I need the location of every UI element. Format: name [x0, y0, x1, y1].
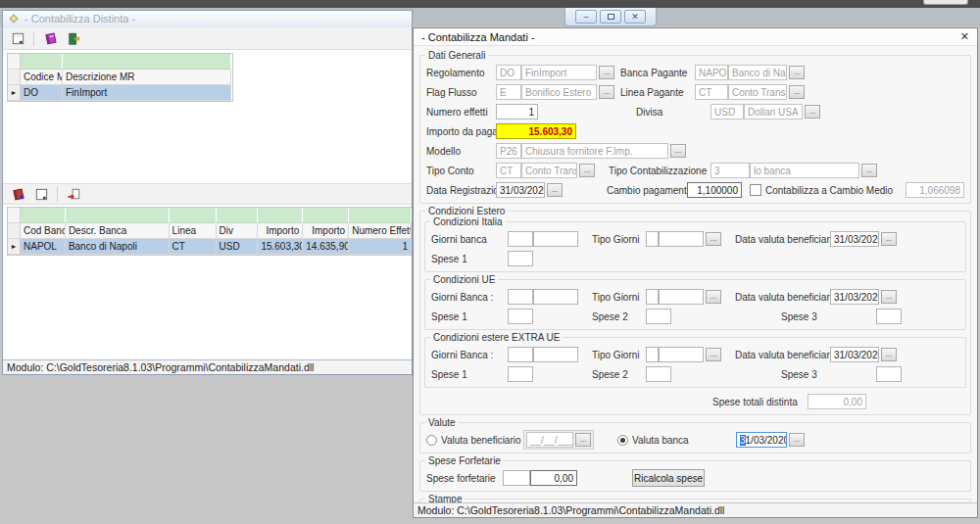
tipo-giorni-ue-lookup-button[interactable]: ... [706, 290, 721, 304]
spese2-extra-field[interactable] [646, 366, 671, 382]
col-header-linea[interactable]: Linea [170, 223, 217, 239]
col-header-descr-banca[interactable]: Descr. Banca [66, 223, 170, 239]
modello-lookup-button[interactable]: ... [670, 144, 686, 158]
valuta-beneficiario-radio[interactable] [426, 435, 437, 446]
valuta-beneficiario-calendar-button[interactable]: ... [575, 433, 591, 447]
grid-mr-row[interactable]: ► DO FinImport [8, 85, 232, 101]
mandati-titlebar[interactable]: - Contabilizza Mandati - ✕ [414, 28, 977, 46]
regolamento-desc-field[interactable]: FinImport [521, 65, 597, 80]
spese1-extra-field[interactable] [508, 366, 533, 382]
spese2-ue-field[interactable] [646, 309, 671, 324]
cell-div[interactable]: USD [217, 239, 259, 255]
close-button[interactable]: ✕ [624, 10, 646, 24]
giorni-banca-ue-field-1[interactable] [508, 289, 533, 305]
cell-descrizione-mr[interactable]: FinImport [63, 85, 231, 101]
data-valuta-ue-calendar-button[interactable]: ... [881, 290, 897, 304]
col-header-cod-banca[interactable]: Cod Banca [21, 223, 66, 239]
distinta-titlebar[interactable]: - Contabilizza Distinta - [3, 11, 412, 27]
data-valuta-extra-field[interactable]: 31/03/2020 [830, 347, 879, 362]
banca-pagante-code-field[interactable]: NAPOL [695, 65, 728, 80]
contabilizza-button[interactable] [39, 29, 61, 48]
data-registrazione-field[interactable]: 31/03/2020 [496, 182, 545, 198]
regolamento-lookup-button[interactable]: ... [599, 66, 614, 79]
tipo-giorni-ue-code-field[interactable] [646, 289, 659, 305]
tipo-giorni-italia-lookup-button[interactable]: ... [706, 232, 721, 246]
col-header-numero-effetti[interactable]: Numero Effetti [349, 223, 412, 239]
data-valuta-italia-field[interactable]: 31/03/2020 [830, 231, 879, 247]
spese1-italia-field[interactable] [508, 251, 533, 266]
cambio-pagamento-field[interactable]: 1,100000 [687, 182, 742, 198]
tipo-contabilizzazione-desc-field[interactable]: lo banca [750, 163, 859, 178]
tipo-giorni-extra-code-field[interactable] [646, 347, 659, 362]
modello-desc-field[interactable]: Chiusura fornitore F.Imp. [521, 143, 668, 159]
minimize-button[interactable]: – [575, 10, 597, 24]
cell-importo-1[interactable]: 15.603,30 [258, 239, 303, 255]
giorni-banca-ue-field-2[interactable] [533, 289, 578, 305]
linea-pagante-lookup-button[interactable]: ... [789, 85, 805, 99]
grid-banche-row[interactable]: ► NAPOL Banco di Napoli CT USD 15.603,30… [8, 239, 412, 255]
col-header-codice-mr[interactable]: Codice MR [21, 70, 63, 85]
tipo-giorni-extra-desc-field[interactable] [659, 347, 704, 362]
spese-forfetarie-code-field[interactable] [503, 470, 530, 486]
regolamento-code-field[interactable]: DO [496, 65, 521, 80]
data-valuta-ue-field[interactable]: 31/03/2020 [830, 289, 879, 305]
cell-cod-banca[interactable]: NAPOL [21, 239, 66, 255]
flag-flusso-lookup-button[interactable]: ... [599, 85, 614, 99]
spese3-extra-field[interactable] [876, 366, 902, 382]
tipo-contabilizzazione-lookup-button[interactable]: ... [861, 164, 877, 177]
form-button[interactable] [7, 29, 28, 48]
tipo-conto-code-field[interactable]: CT [496, 163, 521, 178]
linea-pagante-code-field[interactable]: CT [695, 84, 728, 100]
spese-forfetarie-value-field[interactable]: 0,00 [530, 470, 577, 486]
data-valuta-extra-calendar-button[interactable]: ... [881, 348, 897, 361]
divisa-code-field[interactable]: USD [710, 104, 744, 119]
tipo-giorni-italia-desc-field[interactable] [659, 231, 704, 247]
data-registrazione-calendar-button[interactable]: ... [547, 183, 563, 197]
grid-mr-header: Codice MR Descrizione MR [8, 70, 232, 85]
banca-pagante-desc-field[interactable]: Banco di Napoli [728, 65, 787, 80]
restore-button[interactable] [600, 10, 621, 24]
cell-descr-banca[interactable]: Banco di Napoli [66, 239, 170, 255]
col-header-descrizione-mr[interactable]: Descrizione MR [63, 70, 231, 85]
page-arrow-button[interactable] [63, 185, 84, 204]
spese1-ue-field[interactable] [508, 309, 533, 324]
tipo-conto-lookup-button[interactable]: ... [579, 164, 595, 177]
cell-codice-mr[interactable]: DO [21, 85, 63, 101]
numero-effetti-field[interactable]: 1 [496, 104, 538, 119]
col-header-importo-2[interactable]: Importo [303, 223, 349, 239]
flag-flusso-code-field[interactable]: E [496, 84, 521, 100]
importo-da-pagare-field[interactable]: 15.603,30 [496, 123, 576, 139]
tipo-giorni-extra-lookup-button[interactable]: ... [706, 348, 721, 361]
divisa-lookup-button[interactable]: ... [805, 105, 820, 119]
linea-pagante-desc-field[interactable]: Conto Transit. [728, 84, 787, 100]
contabilizza-cambio-medio-checkbox[interactable] [750, 184, 761, 196]
giorni-banca-italia-field-2[interactable] [533, 231, 578, 247]
divisa-desc-field[interactable]: Dollari USA [744, 104, 803, 119]
cell-numero-effetti[interactable]: 1 [349, 239, 412, 255]
ricalcola-spese-button[interactable]: Ricalcola spese [632, 469, 705, 487]
tipo-contabilizzazione-code-field[interactable]: 3 [710, 163, 750, 178]
flag-flusso-desc-field[interactable]: Bonifico Estero [521, 84, 597, 100]
valuta-banca-radio[interactable] [617, 435, 628, 446]
cell-importo-2[interactable]: 14.635,90 [303, 239, 349, 255]
banca-pagante-lookup-button[interactable]: ... [789, 66, 805, 79]
tipo-giorni-italia-code-field[interactable] [646, 231, 659, 247]
valuta-banca-calendar-button[interactable]: ... [789, 433, 805, 447]
tipo-conto-desc-field[interactable]: Conto Transito [521, 163, 577, 178]
spese3-ue-field[interactable] [876, 309, 902, 324]
col-header-importo-1[interactable]: Importo [258, 223, 303, 239]
giorni-banca-extra-field-2[interactable] [533, 347, 578, 362]
giorni-banca-extra-field-1[interactable] [508, 347, 533, 362]
valuta-banca-date-field[interactable]: 31/03/2020 [736, 432, 787, 448]
exit-button[interactable] [63, 29, 84, 48]
dialog-close-button[interactable]: ✕ [960, 30, 969, 43]
col-header-div[interactable]: Div [217, 223, 259, 239]
cell-linea[interactable]: CT [170, 239, 217, 255]
giorni-banca-italia-field-1[interactable] [508, 231, 533, 247]
tipo-giorni-ue-desc-field[interactable] [659, 289, 704, 305]
form-button-2[interactable] [30, 185, 52, 204]
data-valuta-italia-calendar-button[interactable]: ... [881, 232, 897, 246]
ledger-button[interactable] [7, 185, 28, 204]
modello-code-field[interactable]: P26 [496, 143, 521, 159]
valuta-beneficiario-date-field[interactable]: __/__/____ [526, 432, 573, 448]
